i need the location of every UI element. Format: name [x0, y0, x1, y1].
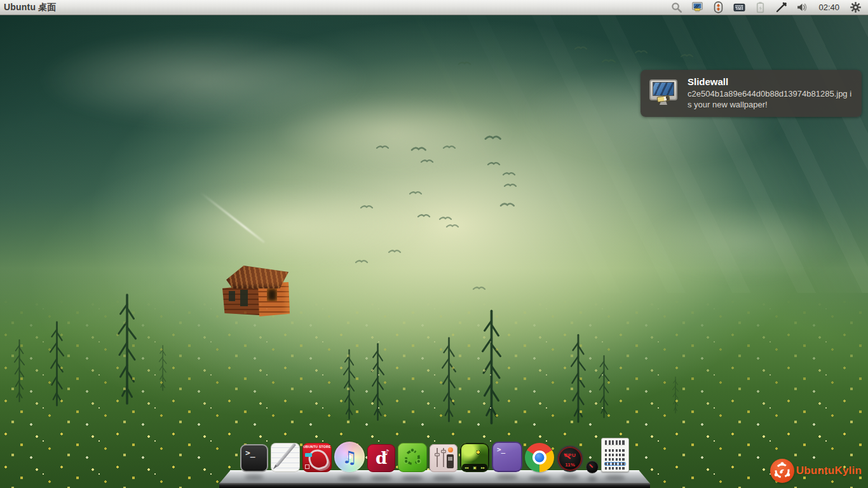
pen-icon[interactable] — [775, 1, 787, 13]
clock[interactable]: 02:40 — [817, 3, 841, 12]
music-cd-icon[interactable]: ♫ — [334, 442, 365, 472]
media-player-icon[interactable]: ◂◂▣▸▸ — [460, 443, 489, 472]
purple-terminal-icon[interactable]: >_ — [492, 442, 522, 472]
notification-bubble[interactable]: Slidewall c2e504b1a89e644d0b88d13974b812… — [641, 70, 862, 117]
dock: >_ UBUNTU STORE ♫ d ♪ — [219, 424, 650, 488]
ubuntukylin-branding: UbuntuKylin — [770, 459, 862, 483]
dock-icons: >_ UBUNTU STORE ♫ d ♪ — [240, 438, 629, 472]
notification-title: Slidewall — [688, 76, 854, 87]
douban-music-icon[interactable]: d ♪ — [367, 444, 395, 472]
gear-icon[interactable] — [850, 1, 862, 13]
contrail — [200, 192, 265, 243]
terminal-icon[interactable]: >_ — [240, 444, 268, 472]
music-note-glyph: ♫ — [342, 447, 357, 467]
slidewall-tray-icon[interactable] — [691, 1, 703, 13]
desktop: Ubuntu 桌面 — [0, 0, 868, 488]
stats-widget-icon[interactable] — [601, 438, 629, 472]
mini-gauge-icon[interactable] — [586, 461, 599, 473]
ubuntukylin-logo-icon — [770, 459, 794, 483]
battery-icon[interactable] — [754, 1, 766, 13]
player-controls: ◂◂▣▸▸ — [462, 464, 487, 471]
cloud — [153, 184, 426, 267]
updown-indicator-icon[interactable] — [712, 1, 724, 13]
slidewall-monitor-icon — [648, 79, 679, 107]
ubuntu-store-icon[interactable]: UBUNTU STORE — [302, 443, 332, 472]
software-center-icon[interactable] — [398, 443, 427, 472]
keyboard-input-icon[interactable] — [733, 1, 745, 13]
search-icon[interactable] — [670, 1, 682, 13]
dock-platform-edge — [219, 483, 650, 488]
cloud — [273, 95, 515, 172]
pen-glyph — [275, 443, 296, 467]
store-art — [306, 447, 330, 472]
top-panel: Ubuntu 桌面 — [0, 0, 868, 15]
ubuntukylin-wordmark: UbuntuKylin — [796, 464, 862, 477]
cpu-indicator-icon[interactable]: CPU 11% — [557, 445, 583, 472]
active-app-title: Ubuntu 桌面 — [0, 2, 57, 13]
cloud — [38, 32, 369, 127]
chrome-icon[interactable] — [525, 443, 554, 472]
notification-body: c2e504b1a89e644d0b88d13974b81285.jpg is … — [688, 89, 854, 110]
volume-icon[interactable] — [796, 1, 808, 13]
sound-mixer-icon[interactable] — [430, 444, 458, 472]
text-editor-icon[interactable] — [271, 443, 300, 472]
store-label: UBUNTU STORE — [302, 445, 332, 449]
sun-rays — [330, 0, 868, 293]
cloud — [642, 203, 845, 280]
system-tray: 02:40 — [670, 1, 868, 13]
log-cabin — [221, 266, 294, 319]
circle-of-friends-glyph — [402, 447, 423, 468]
